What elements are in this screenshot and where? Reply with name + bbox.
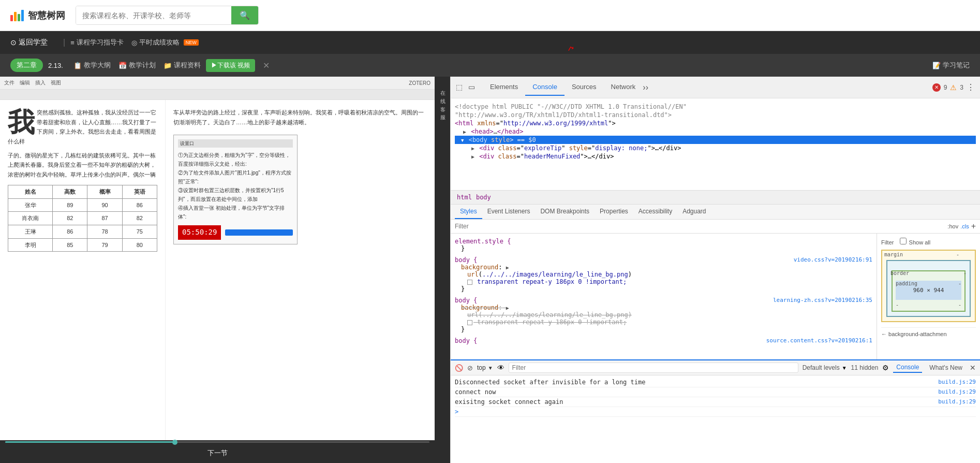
show-all-checkbox[interactable] xyxy=(900,238,907,244)
background-arrow1[interactable]: ▶ xyxy=(506,265,509,270)
tab-dom-breakpoints[interactable]: DOM Breakpoints xyxy=(535,205,595,219)
hover-toggle[interactable]: :hov xyxy=(947,223,958,229)
margin-dash: - xyxy=(956,252,959,257)
css-file-link3[interactable]: source.content.css?v=20190216:1 xyxy=(766,337,872,344)
border-dash: - xyxy=(963,270,967,276)
chapter-link-resources[interactable]: 📁 课程资料 xyxy=(164,61,201,70)
sidebar-item-customer[interactable]: 客 xyxy=(436,98,449,107)
doc-subwindow: 设置口 ①为正文边框分类，粗细为为"字"，空分等级性，百度按详细指示义文处，经出… xyxy=(173,135,298,244)
clear-console-button[interactable]: 🚫 xyxy=(455,364,463,372)
console-settings-button[interactable]: ⊘ xyxy=(467,364,473,372)
console-filter-input[interactable] xyxy=(509,363,798,373)
close-download-icon[interactable]: ✕ xyxy=(263,61,270,70)
tab-event-listeners[interactable]: Event Listeners xyxy=(482,205,536,219)
padding-inner: padding - 960 × 944 -- xyxy=(895,281,962,309)
resources-icon: 📁 xyxy=(164,62,172,69)
breadcrumb-body[interactable]: body xyxy=(474,193,493,202)
tab-sources[interactable]: Sources xyxy=(565,79,604,96)
padding-label: padding xyxy=(896,281,917,286)
url-value1: url(../../../images/learning/le_line_bg.… xyxy=(467,271,632,278)
styles-left: element.style { } body { xyxy=(451,234,877,359)
progress-bar[interactable] xyxy=(5,441,429,443)
bg-strikethrough: background: xyxy=(461,304,506,311)
doc-left-col: 我 突然感到孤独。这种孤独，我从没经历过一一它带着甜蜜和欣喜，让人心直颤……我又… xyxy=(0,100,166,440)
doc-right-text: 车从草坪旁边的路上经过，深夜里，车声听起来特别响。我笑着，呼吸着初秋清凉的空气。… xyxy=(173,108,427,127)
css-rule-body-video: body { video.css?v=20190216:91 backgroun… xyxy=(455,256,872,293)
margin-label: margin xyxy=(884,252,903,257)
devtools-menu-icon[interactable]: ⋮ xyxy=(967,82,975,92)
warn-count: 3 xyxy=(960,84,963,91)
head-arrow xyxy=(463,129,466,135)
score-icon: ◎ xyxy=(131,39,137,47)
progress-thumb[interactable] xyxy=(172,440,177,445)
doc-preview: 文件编辑插入视图 ZOTERO 我 突然感到孤独。这种孤独，我从没经历过一一它带… xyxy=(0,77,435,440)
console-levels-dropdown[interactable]: Default levels ▼ xyxy=(803,364,847,371)
msg-link-1[interactable]: build.js:29 xyxy=(938,379,976,386)
content-area: 文件编辑插入视图 ZOTERO 我 突然感到孤独。这种孤独，我从没经历过一一它带… xyxy=(0,77,980,463)
console-gear-icon[interactable]: ⚙ xyxy=(882,364,889,372)
search-button[interactable]: 🔍 xyxy=(231,6,258,24)
msg-link-3[interactable]: build.js:29 xyxy=(938,398,976,406)
tree-line-explore[interactable]: <div class="exploreTip" style="display: … xyxy=(455,144,976,152)
console-tab-button[interactable]: Console xyxy=(893,363,922,373)
tab-styles[interactable]: Styles xyxy=(455,205,482,219)
video-panel: 文件编辑插入视图 ZOTERO 我 突然感到孤独。这种孤独，我从没经历过一一它带… xyxy=(0,77,435,463)
back-button[interactable]: ⊙ 返回学堂 xyxy=(10,38,48,47)
console-top-dropdown[interactable]: top ▼ xyxy=(477,364,493,371)
console-msg-4: > xyxy=(455,407,976,417)
console-close-button[interactable]: ✕ xyxy=(970,364,976,372)
add-style-button[interactable]: + xyxy=(971,222,976,231)
css-file-link1[interactable]: video.css?v=20190216:91 xyxy=(794,256,872,263)
tree-line-doctype[interactable]: <!doctype html PUBLIC "-//W3C//DTD XHTML… xyxy=(455,103,976,111)
download-button[interactable]: ▶下载该 视频 xyxy=(206,59,255,72)
sidebar-item-line[interactable]: 线 xyxy=(436,90,449,98)
whats-new-tab-button[interactable]: What's New xyxy=(926,363,966,372)
chapter-link-outline[interactable]: 📋 教学大纲 xyxy=(73,61,111,70)
sidebar-item-service[interactable]: 服 xyxy=(436,107,449,115)
tree-line-body[interactable]: ▼ <body style> == $0 ↱ xyxy=(455,136,976,144)
tab-accessibility[interactable]: Accessibility xyxy=(633,205,677,219)
bg-attachment-text: ← xyxy=(881,331,888,337)
sidebar-item-online[interactable]: 在 xyxy=(436,82,449,90)
cursor-icon[interactable]: ⬚ xyxy=(456,83,465,92)
tab-network[interactable]: Network xyxy=(604,79,643,96)
guide-button[interactable]: ≡ 课程学习指导卡 xyxy=(70,38,124,47)
tab-console[interactable]: Console xyxy=(525,79,565,96)
styles-filter-input[interactable] xyxy=(455,223,943,230)
tab-adguard[interactable]: Adguard xyxy=(677,205,711,219)
css-rule-props2: background: ▶ url(../../../images/learni… xyxy=(461,304,872,326)
breadcrumb-html[interactable]: html xyxy=(455,193,474,202)
back-icon: ⊙ xyxy=(10,38,17,47)
background-arrow2[interactable]: ▶ xyxy=(506,305,509,311)
msg-text-1: Disconnected socket after invisible for … xyxy=(455,379,645,386)
html-tag: <html xyxy=(455,120,477,127)
msg-link-2[interactable]: build.js:29 xyxy=(938,388,976,396)
video-timer: 05:50:29 xyxy=(178,225,221,240)
tree-line-head[interactable]: <head>…</head> xyxy=(455,127,976,136)
tab-elements[interactable]: Elements xyxy=(483,79,525,96)
class-toggle[interactable]: .cls xyxy=(960,223,969,229)
css-rule-props1: background: ▶ url(../../../images/learni… xyxy=(461,264,872,285)
styles-right: Filter Show all margin xyxy=(877,234,980,359)
doctype-text: <!doctype html PUBLIC "-//W3C//DTD XHTML… xyxy=(455,103,687,110)
show-all-label[interactable]: Show all xyxy=(900,239,931,245)
mobile-icon[interactable]: ▭ xyxy=(468,83,478,92)
bg-checkbox1[interactable] xyxy=(467,280,472,285)
tree-line-header[interactable]: <div class="headerMenuFixed">…</div> xyxy=(455,152,976,161)
tree-line-html[interactable]: <html xmlns="http://www.w3.org/1999/xhtm… xyxy=(455,119,976,127)
console-caret-icon[interactable]: > xyxy=(455,408,458,415)
score-button[interactable]: ◎ 平时成绩攻略 NEW xyxy=(131,38,199,47)
next-section-button[interactable]: 下一节 xyxy=(0,443,435,463)
notes-button[interactable]: 📝 学习笔记 xyxy=(932,61,970,70)
search-input[interactable] xyxy=(76,6,231,24)
more-tabs-button[interactable]: ›› xyxy=(643,83,648,92)
elements-panel: <!doctype html PUBLIC "-//W3C//DTD XHTML… xyxy=(451,98,980,359)
eye-icon[interactable]: 👁 xyxy=(497,364,504,372)
bg-checkbox2[interactable] xyxy=(467,320,472,325)
tree-line-doctype2[interactable]: "http://www.w3.org/TR/xhtml1/DTD/xhtml1-… xyxy=(455,111,976,119)
chapter-link-plan[interactable]: 📅 教学计划 xyxy=(118,61,156,70)
padding-box: padding - 960 × 944 -- xyxy=(892,270,966,312)
tab-properties[interactable]: Properties xyxy=(595,205,633,219)
css-file-link2[interactable]: learning-zh.css?v=20190216:35 xyxy=(773,297,872,303)
filter-bar: :hov .cls + xyxy=(451,220,980,234)
